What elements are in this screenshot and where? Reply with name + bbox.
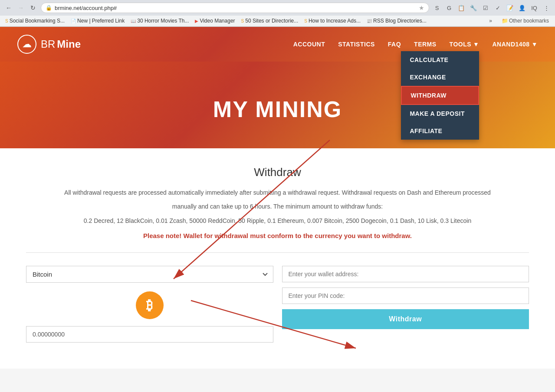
form-left: Bitcoin Ethereum Dash Litecoin ₿ xyxy=(26,266,273,343)
bookmark-label: Video Manager xyxy=(200,18,235,24)
tools-chevron-icon: ▼ xyxy=(473,41,479,48)
wallet-address-input[interactable] xyxy=(282,266,529,282)
divider xyxy=(26,252,529,253)
withdraw-button[interactable]: Withdraw xyxy=(282,309,529,329)
ext7-button[interactable]: 📝 xyxy=(505,3,515,13)
nav-item-faq[interactable]: FAQ xyxy=(388,40,401,48)
bitcoin-icon: ₿ xyxy=(136,291,164,319)
bookmark-favicon: 📖 xyxy=(131,19,136,23)
tools-label: TOOLS xyxy=(450,41,471,48)
description-line2: manually and can take up to 6 hours. The… xyxy=(26,202,529,211)
bookmark-rss[interactable]: 📰 RSS Blog Directories... xyxy=(365,17,428,25)
user-chevron-icon: ▼ xyxy=(532,41,538,48)
bookmark-label: How to Increase Ads... xyxy=(309,18,361,24)
ext9-button[interactable]: IQ xyxy=(529,3,539,13)
other-bookmarks-label: Other bookmarks xyxy=(509,18,549,24)
form-right: Withdraw xyxy=(282,266,529,329)
form-row: Bitcoin Ethereum Dash Litecoin ₿ xyxy=(26,266,529,343)
dropdown-exchange[interactable]: EXCHANGE xyxy=(401,69,479,86)
section-title: Withdraw xyxy=(26,166,529,179)
bookmark-ads[interactable]: S How to Increase Ads... xyxy=(302,17,362,25)
brand: ☁ BR Mine xyxy=(17,35,81,54)
bookmark-preferred[interactable]: 📄 New | Preferred Link xyxy=(69,17,126,25)
bookmark-video[interactable]: ▶ Video Manager xyxy=(193,17,236,25)
bookmark-favicon: S xyxy=(241,19,244,23)
dropdown-withdraw[interactable]: WITHDRAW xyxy=(401,86,479,105)
brand-br: BR xyxy=(41,38,55,50)
url-text: brmine.net/account.php# xyxy=(55,5,416,11)
other-bookmarks[interactable]: 📁 Other bookmarks xyxy=(499,17,552,25)
menu-button[interactable]: ⋮ xyxy=(541,3,552,13)
brand-logo: ☁ xyxy=(17,35,36,54)
currency-select[interactable]: Bitcoin Ethereum Dash Litecoin xyxy=(26,266,273,283)
bookmarks-bar: S Social Bookmarking S... 📄 New | Prefer… xyxy=(0,16,555,26)
user-label: ANAND1408 xyxy=(492,41,529,48)
bookmarks-more-button[interactable]: » xyxy=(486,17,495,25)
dropdown-affiliate[interactable]: AFFILIATE xyxy=(401,122,479,140)
user-dropdown-button[interactable]: ANAND1408 ▼ xyxy=(492,41,538,48)
reload-button[interactable]: ↻ xyxy=(28,3,38,13)
star-icon[interactable]: ★ xyxy=(419,4,424,11)
brand-name: BR Mine xyxy=(41,38,81,50)
tools-dropdown-menu: CALCULATE EXCHANGE WITHDRAW MAKE A DEPOS… xyxy=(401,51,479,140)
ext4-button[interactable]: 🔧 xyxy=(468,3,479,13)
bookmark-50sites[interactable]: S 50 Sites or Directorie... xyxy=(240,17,300,25)
ext3-button[interactable]: 📋 xyxy=(456,3,466,13)
content-area: Withdraw All withdrawal requests are pro… xyxy=(0,148,555,369)
nav-item-tools[interactable]: TOOLS ▼ CALCULATE EXCHANGE WITHDRAW MAKE… xyxy=(450,41,479,48)
amount-input[interactable] xyxy=(26,326,273,343)
nav-item-account[interactable]: ACCOUNT xyxy=(293,40,325,48)
ext5-button[interactable]: ☑ xyxy=(480,3,491,13)
dropdown-calculate[interactable]: CALCULATE xyxy=(401,51,479,69)
extensions-button[interactable]: S xyxy=(432,3,442,13)
nav-item-terms[interactable]: TERMS xyxy=(414,40,437,48)
cloud-icon: ☁ xyxy=(22,39,32,50)
nav-item-user[interactable]: ANAND1408 ▼ xyxy=(492,41,538,48)
bookmark-favicon: 📰 xyxy=(367,19,372,23)
back-button[interactable]: ← xyxy=(3,3,14,13)
bookmark-favicon: ▶ xyxy=(195,19,198,23)
address-bar[interactable]: 🔒 brmine.net/account.php# ★ xyxy=(41,3,429,13)
nav-menu: ACCOUNT STATISTICS FAQ TERMS TOOLS ▼ xyxy=(293,40,538,48)
bookmark-favicon: 📄 xyxy=(71,19,76,23)
bookmark-label: New | Preferred Link xyxy=(77,18,125,24)
browser-toolbar: ← → ↻ 🔒 brmine.net/account.php# ★ S G 📋 … xyxy=(0,0,555,16)
bookmark-horror[interactable]: 📖 30 Horror Movies Th... xyxy=(129,17,190,25)
forward-button[interactable]: → xyxy=(16,3,26,13)
folder-icon: 📁 xyxy=(502,18,508,24)
nav-item-statistics[interactable]: STATISTICS xyxy=(338,40,375,48)
lock-icon: 🔒 xyxy=(46,5,52,11)
ext8-button[interactable]: 👤 xyxy=(517,3,527,13)
browser-chrome: ← → ↻ 🔒 brmine.net/account.php# ★ S G 📋 … xyxy=(0,0,555,27)
nav-link-faq[interactable]: FAQ xyxy=(388,41,401,48)
navbar: ☁ BR Mine ACCOUNT STATISTICS FAQ xyxy=(17,27,538,62)
bitcoin-icon-area: ₿ xyxy=(26,291,273,319)
dropdown-make-deposit[interactable]: MAKE A DEPOSIT xyxy=(401,105,479,122)
browser-icons: S G 📋 🔧 ☑ ✓ 📝 👤 IQ ⋮ xyxy=(432,3,552,13)
bookmark-label: 50 Sites or Directorie... xyxy=(245,18,298,24)
bitcoin-symbol: ₿ xyxy=(146,298,153,313)
nav-buttons: ← → ↻ xyxy=(3,3,38,13)
ext6-button[interactable]: ✓ xyxy=(493,3,503,13)
description-line1: All withdrawal requests are processed au… xyxy=(26,188,529,197)
bookmark-favicon: S xyxy=(5,19,8,23)
ext2-button[interactable]: G xyxy=(444,3,454,13)
bookmark-social[interactable]: S Social Bookmarking S... xyxy=(3,17,66,25)
form-container: Bitcoin Ethereum Dash Litecoin ₿ xyxy=(26,266,529,343)
tools-dropdown-button[interactable]: TOOLS ▼ xyxy=(450,41,479,48)
bookmark-label: Social Bookmarking S... xyxy=(10,18,65,24)
nav-link-terms[interactable]: TERMS xyxy=(414,41,437,48)
nav-link-account[interactable]: ACCOUNT xyxy=(293,41,325,48)
bookmark-label: 30 Horror Movies Th... xyxy=(137,18,189,24)
description-line3: 0.2 Decred, 12 BlackCoin, 0.01 Zcash, 50… xyxy=(26,216,529,225)
site-wrapper: ☁ BR Mine ACCOUNT STATISTICS FAQ xyxy=(0,27,555,374)
brand-mine: Mine xyxy=(57,38,81,50)
withdraw-warning: Please note! Wallet for withdrawal must … xyxy=(26,232,529,239)
site-header: ☁ BR Mine ACCOUNT STATISTICS FAQ xyxy=(0,27,555,62)
bookmark-label: RSS Blog Directories... xyxy=(373,18,427,24)
nav-link-statistics[interactable]: STATISTICS xyxy=(338,41,375,48)
bookmark-favicon: S xyxy=(304,19,307,23)
pin-code-input[interactable] xyxy=(282,287,529,304)
